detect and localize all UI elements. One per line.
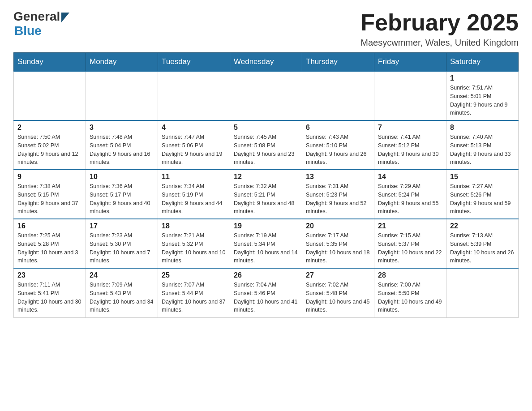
- day-info: Sunrise: 7:23 AM Sunset: 5:30 PM Dayligh…: [90, 231, 154, 265]
- calendar-week-row: 1Sunrise: 7:51 AM Sunset: 5:01 PM Daylig…: [14, 71, 519, 120]
- table-row: 5Sunrise: 7:45 AM Sunset: 5:08 PM Daylig…: [230, 120, 302, 170]
- day-info: Sunrise: 7:11 AM Sunset: 5:41 PM Dayligh…: [17, 281, 82, 314]
- col-friday: Friday: [374, 53, 446, 72]
- month-year-title: February 2025: [360, 9, 519, 36]
- table-row: 18Sunrise: 7:21 AM Sunset: 5:32 PM Dayli…: [158, 219, 230, 268]
- day-info: Sunrise: 7:47 AM Sunset: 5:06 PM Dayligh…: [162, 133, 226, 167]
- location-subtitle: Maesycwmmer, Wales, United Kingdom: [360, 38, 519, 48]
- logo-arrow-icon: [61, 13, 69, 22]
- day-info: Sunrise: 7:32 AM Sunset: 5:21 PM Dayligh…: [234, 182, 298, 216]
- col-sunday: Sunday: [14, 53, 86, 72]
- calendar-week-row: 16Sunrise: 7:25 AM Sunset: 5:28 PM Dayli…: [14, 219, 519, 268]
- page-header: General Blue February 2025 Maesycwmmer, …: [13, 9, 519, 48]
- day-number: 4: [162, 124, 226, 132]
- day-number: 27: [306, 271, 370, 279]
- day-info: Sunrise: 7:48 AM Sunset: 5:04 PM Dayligh…: [90, 133, 154, 167]
- day-number: 11: [162, 173, 226, 181]
- day-number: 13: [306, 173, 370, 181]
- day-info: Sunrise: 7:09 AM Sunset: 5:43 PM Dayligh…: [90, 281, 154, 314]
- day-number: 26: [234, 271, 298, 279]
- day-info: Sunrise: 7:36 AM Sunset: 5:17 PM Dayligh…: [90, 182, 154, 216]
- table-row: 4Sunrise: 7:47 AM Sunset: 5:06 PM Daylig…: [158, 120, 230, 170]
- day-number: 21: [378, 222, 442, 230]
- day-number: 19: [234, 222, 298, 230]
- day-number: 25: [162, 271, 226, 279]
- day-number: 5: [234, 124, 298, 132]
- table-row: 3Sunrise: 7:48 AM Sunset: 5:04 PM Daylig…: [86, 120, 158, 170]
- day-number: 7: [378, 124, 442, 132]
- day-info: Sunrise: 7:04 AM Sunset: 5:46 PM Dayligh…: [234, 281, 298, 314]
- day-info: Sunrise: 7:17 AM Sunset: 5:35 PM Dayligh…: [306, 231, 370, 265]
- day-info: Sunrise: 7:50 AM Sunset: 5:02 PM Dayligh…: [17, 133, 82, 167]
- table-row: 6Sunrise: 7:43 AM Sunset: 5:10 PM Daylig…: [302, 120, 374, 170]
- table-row: 27Sunrise: 7:02 AM Sunset: 5:48 PM Dayli…: [302, 268, 374, 317]
- table-row: 10Sunrise: 7:36 AM Sunset: 5:17 PM Dayli…: [86, 170, 158, 219]
- table-row: 24Sunrise: 7:09 AM Sunset: 5:43 PM Dayli…: [86, 268, 158, 317]
- table-row: [158, 71, 230, 120]
- table-row: 12Sunrise: 7:32 AM Sunset: 5:21 PM Dayli…: [230, 170, 302, 219]
- title-area: February 2025 Maesycwmmer, Wales, United…: [360, 9, 519, 48]
- day-number: 1: [450, 74, 515, 82]
- table-row: 8Sunrise: 7:40 AM Sunset: 5:13 PM Daylig…: [446, 120, 519, 170]
- table-row: 20Sunrise: 7:17 AM Sunset: 5:35 PM Dayli…: [302, 219, 374, 268]
- day-number: 12: [234, 173, 298, 181]
- day-number: 10: [90, 173, 154, 181]
- table-row: 7Sunrise: 7:41 AM Sunset: 5:12 PM Daylig…: [374, 120, 446, 170]
- day-info: Sunrise: 7:21 AM Sunset: 5:32 PM Dayligh…: [162, 231, 226, 265]
- day-info: Sunrise: 7:41 AM Sunset: 5:12 PM Dayligh…: [378, 133, 442, 167]
- calendar-table: Sunday Monday Tuesday Wednesday Thursday…: [13, 52, 519, 318]
- table-row: 14Sunrise: 7:29 AM Sunset: 5:24 PM Dayli…: [374, 170, 446, 219]
- col-monday: Monday: [86, 53, 158, 72]
- table-row: 23Sunrise: 7:11 AM Sunset: 5:41 PM Dayli…: [14, 268, 86, 317]
- day-number: 15: [450, 173, 515, 181]
- day-number: 6: [306, 124, 370, 132]
- day-info: Sunrise: 7:13 AM Sunset: 5:39 PM Dayligh…: [450, 231, 515, 265]
- logo-general-text: General: [13, 10, 60, 23]
- day-number: 20: [306, 222, 370, 230]
- day-info: Sunrise: 7:34 AM Sunset: 5:19 PM Dayligh…: [162, 182, 226, 216]
- day-info: Sunrise: 7:40 AM Sunset: 5:13 PM Dayligh…: [450, 133, 515, 167]
- day-info: Sunrise: 7:51 AM Sunset: 5:01 PM Dayligh…: [450, 84, 515, 117]
- day-info: Sunrise: 7:45 AM Sunset: 5:08 PM Dayligh…: [234, 133, 298, 167]
- table-row: 13Sunrise: 7:31 AM Sunset: 5:23 PM Dayli…: [302, 170, 374, 219]
- col-thursday: Thursday: [302, 53, 374, 72]
- table-row: [302, 71, 374, 120]
- day-info: Sunrise: 7:31 AM Sunset: 5:23 PM Dayligh…: [306, 182, 370, 216]
- day-number: 3: [90, 124, 154, 132]
- day-info: Sunrise: 7:25 AM Sunset: 5:28 PM Dayligh…: [17, 231, 82, 265]
- day-number: 8: [450, 124, 515, 132]
- table-row: [86, 71, 158, 120]
- day-info: Sunrise: 7:00 AM Sunset: 5:50 PM Dayligh…: [378, 281, 442, 314]
- table-row: 11Sunrise: 7:34 AM Sunset: 5:19 PM Dayli…: [158, 170, 230, 219]
- calendar-week-row: 2Sunrise: 7:50 AM Sunset: 5:02 PM Daylig…: [14, 120, 519, 170]
- col-saturday: Saturday: [446, 53, 519, 72]
- table-row: 2Sunrise: 7:50 AM Sunset: 5:02 PM Daylig…: [14, 120, 86, 170]
- day-info: Sunrise: 7:19 AM Sunset: 5:34 PM Dayligh…: [234, 231, 298, 265]
- day-info: Sunrise: 7:07 AM Sunset: 5:44 PM Dayligh…: [162, 281, 226, 314]
- logo-blue-text: Blue: [14, 24, 69, 38]
- day-info: Sunrise: 7:02 AM Sunset: 5:48 PM Dayligh…: [306, 281, 370, 314]
- day-number: 18: [162, 222, 226, 230]
- day-number: 17: [90, 222, 154, 230]
- table-row: [14, 71, 86, 120]
- day-info: Sunrise: 7:29 AM Sunset: 5:24 PM Dayligh…: [378, 182, 442, 216]
- col-tuesday: Tuesday: [158, 53, 230, 72]
- day-number: 28: [378, 271, 442, 279]
- calendar-header-row: Sunday Monday Tuesday Wednesday Thursday…: [14, 53, 519, 72]
- table-row: 16Sunrise: 7:25 AM Sunset: 5:28 PM Dayli…: [14, 219, 86, 268]
- day-info: Sunrise: 7:15 AM Sunset: 5:37 PM Dayligh…: [378, 231, 442, 265]
- table-row: 28Sunrise: 7:00 AM Sunset: 5:50 PM Dayli…: [374, 268, 446, 317]
- day-number: 14: [378, 173, 442, 181]
- table-row: 19Sunrise: 7:19 AM Sunset: 5:34 PM Dayli…: [230, 219, 302, 268]
- day-number: 22: [450, 222, 515, 230]
- day-info: Sunrise: 7:43 AM Sunset: 5:10 PM Dayligh…: [306, 133, 370, 167]
- day-info: Sunrise: 7:38 AM Sunset: 5:15 PM Dayligh…: [17, 182, 82, 216]
- table-row: 21Sunrise: 7:15 AM Sunset: 5:37 PM Dayli…: [374, 219, 446, 268]
- svg-marker-0: [61, 13, 69, 22]
- day-number: 16: [17, 222, 82, 230]
- logo: General Blue: [13, 9, 69, 38]
- table-row: 1Sunrise: 7:51 AM Sunset: 5:01 PM Daylig…: [446, 71, 519, 120]
- day-number: 9: [17, 173, 82, 181]
- table-row: [374, 71, 446, 120]
- day-number: 23: [17, 271, 82, 279]
